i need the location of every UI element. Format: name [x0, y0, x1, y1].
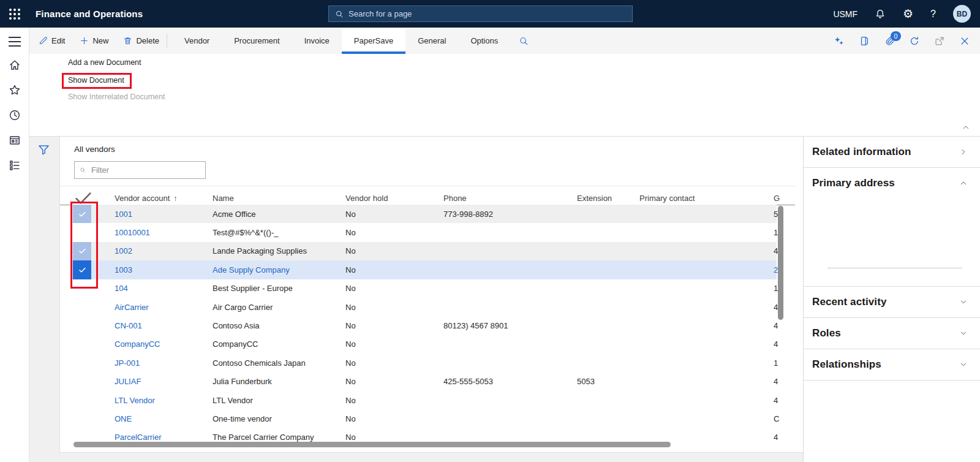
- row-checkbox-cell[interactable]: [72, 335, 95, 354]
- tab-vendor[interactable]: Vendor: [172, 28, 222, 54]
- tab-general[interactable]: General: [405, 28, 458, 54]
- vendor-account-link[interactable]: 104: [95, 284, 213, 293]
- row-checkbox-cell[interactable]: [72, 373, 95, 391]
- new-button[interactable]: New: [80, 36, 108, 45]
- panel-section-header[interactable]: Roles: [804, 318, 980, 349]
- vendor-row[interactable]: LTL VendorLTL VendorNo4: [72, 391, 777, 409]
- star-icon[interactable]: [9, 84, 21, 96]
- vendor-row[interactable]: 1002Lande Packaging SuppliesNo4: [72, 242, 777, 260]
- attachments-icon[interactable]: 0: [884, 36, 895, 47]
- vendor-account-link[interactable]: JP-001: [95, 358, 213, 368]
- sparkle-icon[interactable]: [834, 36, 845, 47]
- filter-input[interactable]: [90, 165, 200, 175]
- cell-phone: 80123) 4567 8901: [443, 321, 577, 330]
- vendor-account-link[interactable]: JULIAF: [95, 377, 213, 386]
- column-header-vendor-account[interactable]: Vendor account↑: [95, 194, 213, 203]
- scrollbar-thumb[interactable]: [778, 206, 783, 320]
- vendor-list-card: All vendors Vendor account↑NameVendor ho…: [59, 137, 803, 453]
- vendor-row[interactable]: JP-001Contoso Chemicals JapanNo1: [72, 354, 777, 372]
- column-header-primary-contact[interactable]: Primary contact: [639, 194, 774, 203]
- row-checkbox-cell[interactable]: [72, 409, 95, 428]
- vendor-account-link[interactable]: LTL Vendor: [95, 396, 213, 405]
- close-icon[interactable]: [959, 36, 970, 47]
- panel-section-label: Roles: [812, 327, 841, 339]
- clock-icon[interactable]: [9, 109, 21, 121]
- column-header-g[interactable]: G: [774, 194, 783, 203]
- horizontal-scrollbar[interactable]: [74, 442, 671, 447]
- menu-item-show-document[interactable]: Show Document: [62, 73, 132, 89]
- bell-icon[interactable]: [875, 9, 886, 20]
- column-header-name[interactable]: Name: [213, 194, 345, 203]
- vendor-account-link[interactable]: 1002: [95, 246, 213, 256]
- vendor-row[interactable]: JULIAFJulia FunderburkNo425-555-50535053…: [72, 373, 777, 391]
- row-checkbox-cell[interactable]: [72, 242, 95, 260]
- row-checkbox-cell[interactable]: [72, 354, 95, 372]
- row-checkbox-cell[interactable]: [72, 205, 95, 223]
- vendor-account-link[interactable]: ParcelCarrier: [95, 433, 213, 442]
- row-checkbox-cell[interactable]: [72, 391, 95, 409]
- cell-vendor-hold: No: [345, 228, 443, 237]
- vendor-row[interactable]: 104Best Supplier - EuropeNo1: [72, 279, 777, 298]
- tab-invoice[interactable]: Invoice: [292, 28, 342, 54]
- open-in-new-window-icon[interactable]: [934, 36, 945, 47]
- filter-funnel-icon[interactable]: [37, 143, 50, 156]
- app-launcher-icon[interactable]: [0, 0, 29, 28]
- vendor-account-link[interactable]: AirCarrier: [95, 303, 213, 312]
- command-label: Edit: [51, 36, 65, 45]
- row-checkbox[interactable]: [73, 242, 91, 260]
- row-checkbox-cell[interactable]: [72, 316, 95, 335]
- delete-button[interactable]: Delete: [123, 36, 159, 45]
- row-checkbox[interactable]: [73, 205, 91, 223]
- cell-vendor-hold: No: [345, 265, 443, 275]
- action-bar: EditNewDelete VendorProcurementInvoicePa…: [29, 28, 980, 54]
- panel-section-header[interactable]: Related information: [804, 137, 980, 167]
- vendor-row[interactable]: 1003Ade Supply CompanyNo2: [72, 260, 777, 279]
- row-checkbox-cell[interactable]: [72, 279, 95, 298]
- row-checkbox-cell[interactable]: [72, 223, 95, 241]
- tab-papersave[interactable]: PaperSave: [342, 28, 405, 54]
- cell-name: Julia Funderburk: [213, 377, 345, 386]
- row-checkbox[interactable]: [73, 260, 91, 279]
- help-icon[interactable]: ?: [930, 9, 936, 20]
- panel-section-header[interactable]: Primary address: [804, 168, 980, 199]
- office-app-icon[interactable]: [859, 36, 870, 47]
- refresh-icon[interactable]: [909, 36, 920, 47]
- vendor-row[interactable]: 1001Acme OfficeNo773-998-88925: [72, 205, 777, 223]
- vendor-account-link[interactable]: ONE: [95, 414, 213, 423]
- vendor-account-link[interactable]: 10010001: [95, 228, 213, 237]
- panel-section-header[interactable]: Recent activity: [804, 287, 980, 317]
- page-search-box[interactable]: Search for a page: [328, 6, 633, 22]
- menu-toggle-button[interactable]: [9, 37, 21, 47]
- vendor-row[interactable]: ONEOne-time vendorNoC: [72, 409, 777, 428]
- vendor-account-link[interactable]: CompanyCC: [95, 339, 213, 349]
- column-header-extension[interactable]: Extension: [577, 194, 639, 203]
- menu-item-add-a-new-document[interactable]: Add a new Document: [68, 58, 165, 67]
- vendor-row[interactable]: CN-001Contoso AsiaNo80123) 4567 89014: [72, 316, 777, 335]
- tab-procurement[interactable]: Procurement: [222, 28, 292, 54]
- home-icon[interactable]: [9, 59, 21, 71]
- column-header-phone[interactable]: Phone: [443, 194, 577, 203]
- vendor-account-link[interactable]: 1003: [95, 265, 213, 275]
- company-picker[interactable]: USMF: [833, 9, 858, 19]
- row-checkbox-cell[interactable]: [72, 260, 95, 279]
- column-header-vendor-hold[interactable]: Vendor hold: [345, 194, 443, 203]
- modules-icon[interactable]: [9, 159, 21, 172]
- gear-icon[interactable]: ⚙: [903, 8, 913, 20]
- trash-icon: [123, 36, 132, 45]
- actionbar-search-button[interactable]: [519, 28, 529, 54]
- vendor-row[interactable]: AirCarrierAir Cargo CarrierNo4: [72, 298, 777, 316]
- vendor-row[interactable]: 10010001Test@#$%^&*(()-_No1: [72, 223, 777, 241]
- row-checkbox-cell[interactable]: [72, 298, 95, 316]
- vendor-account-link[interactable]: CN-001: [95, 321, 213, 330]
- action-tabs: VendorProcurementInvoicePaperSaveGeneral…: [172, 28, 510, 54]
- collapse-pane-icon[interactable]: [962, 123, 970, 132]
- tab-options[interactable]: Options: [458, 28, 510, 54]
- vendor-row[interactable]: CompanyCCCompanyCCNo4: [72, 335, 777, 354]
- vertical-scrollbar[interactable]: [778, 205, 783, 447]
- edit-button[interactable]: Edit: [39, 36, 65, 45]
- workspaces-icon[interactable]: [9, 134, 21, 146]
- avatar[interactable]: BD: [953, 5, 971, 23]
- vendor-account-link[interactable]: 1001: [95, 210, 213, 219]
- panel-section-label: Related information: [812, 146, 911, 158]
- panel-section-header[interactable]: Relationships: [804, 349, 980, 380]
